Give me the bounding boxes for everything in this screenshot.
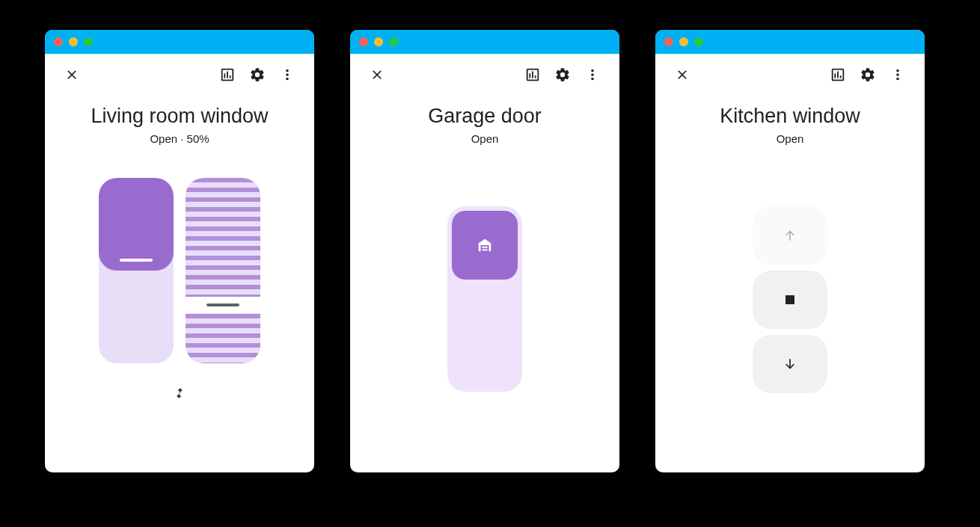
close-window-icon[interactable] xyxy=(664,37,673,46)
tilt-slider[interactable] xyxy=(186,178,260,363)
title-bar xyxy=(45,30,314,54)
close-button[interactable] xyxy=(362,60,392,90)
garage-icon xyxy=(477,237,493,253)
window-garage: Garage door Open xyxy=(350,30,619,472)
slider-row xyxy=(99,178,260,363)
close-button[interactable] xyxy=(667,60,697,90)
garage-fill xyxy=(452,211,518,280)
open-button xyxy=(753,206,827,265)
minimize-window-icon[interactable] xyxy=(374,37,383,46)
history-button[interactable] xyxy=(212,60,242,90)
more-button[interactable] xyxy=(272,60,302,90)
settings-button[interactable] xyxy=(548,60,578,90)
title-block: Kitchen window Open xyxy=(655,96,925,151)
panel-header xyxy=(350,54,619,96)
maximize-window-icon[interactable] xyxy=(84,37,93,46)
device-status: Open xyxy=(350,132,619,145)
maximize-window-icon[interactable] xyxy=(694,37,703,46)
panel-header xyxy=(655,54,925,96)
slider-handle-icon xyxy=(120,259,153,262)
content xyxy=(655,151,925,472)
swap-button[interactable] xyxy=(172,386,187,404)
stop-icon xyxy=(785,295,794,304)
title-bar xyxy=(655,30,925,54)
close-button[interactable] xyxy=(57,60,87,90)
garage-toggle[interactable] xyxy=(447,206,522,392)
tilt-stripes xyxy=(186,178,260,363)
stop-button[interactable] xyxy=(753,271,827,329)
position-slider[interactable] xyxy=(99,178,174,363)
content xyxy=(350,151,619,472)
history-button[interactable] xyxy=(518,60,548,90)
title-bar xyxy=(350,30,619,54)
device-status: Open · 50% xyxy=(45,132,314,145)
minimize-window-icon[interactable] xyxy=(69,37,78,46)
button-column xyxy=(753,206,827,393)
window-living-room: Living room window Open · 50% xyxy=(45,30,314,472)
more-button[interactable] xyxy=(578,60,607,90)
close-window-icon[interactable] xyxy=(359,37,368,46)
tilt-handle xyxy=(186,297,260,313)
device-title: Kitchen window xyxy=(655,105,925,128)
history-button[interactable] xyxy=(823,60,853,90)
content xyxy=(45,151,314,472)
device-status: Open xyxy=(655,132,925,145)
close-window-icon[interactable] xyxy=(54,37,63,46)
position-fill xyxy=(99,178,174,271)
maximize-window-icon[interactable] xyxy=(389,37,398,46)
device-title: Living room window xyxy=(45,105,314,128)
panel-header xyxy=(45,54,314,96)
slider-handle-icon xyxy=(206,303,239,306)
title-block: Living room window Open · 50% xyxy=(45,96,314,151)
title-block: Garage door Open xyxy=(350,96,619,151)
arrow-down-icon xyxy=(783,357,797,372)
device-title: Garage door xyxy=(350,105,619,128)
arrow-up-icon xyxy=(783,228,797,243)
minimize-window-icon[interactable] xyxy=(679,37,688,46)
more-button[interactable] xyxy=(883,60,913,90)
settings-button[interactable] xyxy=(242,60,272,90)
settings-button[interactable] xyxy=(853,60,883,90)
window-kitchen: Kitchen window Open xyxy=(655,30,925,472)
close-cover-button[interactable] xyxy=(753,335,827,393)
